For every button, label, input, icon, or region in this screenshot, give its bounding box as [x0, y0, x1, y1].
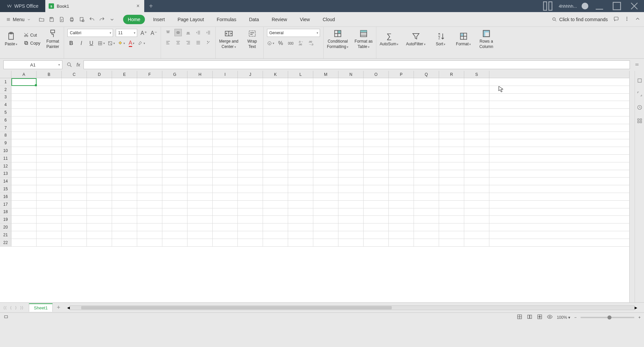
cell[interactable]: [288, 147, 313, 154]
cell[interactable]: [439, 216, 464, 223]
cell[interactable]: [288, 116, 313, 124]
cell[interactable]: [364, 170, 389, 178]
column-header[interactable]: O: [364, 71, 389, 78]
autosum-button[interactable]: ∑AutoSum: [380, 32, 398, 46]
cell[interactable]: [414, 201, 439, 208]
cell[interactable]: [87, 170, 112, 178]
cell[interactable]: [238, 170, 263, 178]
cell[interactable]: [464, 193, 489, 200]
cell[interactable]: [213, 139, 238, 147]
cell[interactable]: [439, 178, 464, 185]
cell[interactable]: [313, 170, 338, 178]
cell[interactable]: [313, 124, 338, 132]
cell[interactable]: [137, 86, 162, 93]
cell[interactable]: [162, 124, 187, 132]
cell[interactable]: [213, 239, 238, 246]
view-eye-icon[interactable]: [547, 314, 553, 321]
view-pagebreak-icon[interactable]: [527, 314, 533, 321]
cell[interactable]: [414, 231, 439, 239]
cell[interactable]: [62, 132, 87, 139]
cell[interactable]: [37, 139, 62, 147]
format-button[interactable]: Format: [456, 32, 471, 46]
cell[interactable]: [11, 216, 37, 223]
cell[interactable]: [162, 86, 187, 93]
cell[interactable]: [439, 147, 464, 154]
cell[interactable]: [162, 94, 187, 101]
new-tab-button[interactable]: +: [144, 0, 158, 12]
cell[interactable]: [389, 193, 414, 200]
cell[interactable]: [389, 239, 414, 246]
cell[interactable]: [464, 116, 489, 124]
row-header[interactable]: 17: [0, 201, 11, 208]
cell[interactable]: [238, 78, 263, 86]
row-header[interactable]: 18: [0, 208, 11, 216]
cell[interactable]: [439, 94, 464, 101]
cell[interactable]: [263, 178, 288, 185]
close-window-icon[interactable]: [628, 0, 641, 12]
percent-icon[interactable]: %: [277, 40, 284, 47]
column-header[interactable]: M: [313, 71, 338, 78]
column-header[interactable]: S: [464, 71, 489, 78]
cell[interactable]: [87, 94, 112, 101]
cell[interactable]: [112, 239, 137, 246]
cell[interactable]: [238, 101, 263, 108]
sheet-nav-first-icon[interactable]: ⟨⟨: [3, 305, 7, 310]
column-header[interactable]: Q: [414, 71, 439, 78]
cell[interactable]: [213, 162, 238, 170]
cell[interactable]: [414, 239, 439, 246]
cell[interactable]: [62, 155, 87, 162]
cell[interactable]: [162, 101, 187, 108]
cell[interactable]: [464, 132, 489, 139]
cell[interactable]: [112, 231, 137, 239]
cell[interactable]: [112, 208, 137, 216]
cell[interactable]: [313, 216, 338, 223]
cell-style-icon[interactable]: [108, 40, 115, 47]
cell[interactable]: [137, 231, 162, 239]
cell[interactable]: [288, 239, 313, 246]
cell[interactable]: [263, 193, 288, 200]
cell[interactable]: [37, 201, 62, 208]
cell[interactable]: [288, 178, 313, 185]
merge-center-button[interactable]: Merge and Center: [219, 29, 238, 49]
cell[interactable]: [87, 139, 112, 147]
ribbon-tab-formulas[interactable]: Formulas: [212, 15, 241, 24]
cell[interactable]: [87, 155, 112, 162]
cell[interactable]: [162, 208, 187, 216]
cell[interactable]: [364, 224, 389, 231]
cell[interactable]: [238, 208, 263, 216]
row-header[interactable]: 14: [0, 178, 11, 185]
cell[interactable]: [238, 132, 263, 139]
underline-icon[interactable]: U: [88, 40, 95, 47]
decrease-indent-icon[interactable]: [195, 29, 202, 36]
cell[interactable]: [338, 132, 364, 139]
cell[interactable]: [87, 124, 112, 132]
cell[interactable]: [187, 201, 213, 208]
cell[interactable]: [439, 201, 464, 208]
cell[interactable]: [263, 231, 288, 239]
qa-dropdown-icon[interactable]: [109, 16, 115, 22]
conditional-formatting-button[interactable]: Conditional Formatting: [327, 29, 348, 49]
cell[interactable]: [213, 216, 238, 223]
cell[interactable]: [162, 139, 187, 147]
cell[interactable]: [112, 101, 137, 108]
cell[interactable]: [263, 101, 288, 108]
cell[interactable]: [187, 239, 213, 246]
cell[interactable]: [439, 185, 464, 193]
column-header[interactable]: N: [338, 71, 364, 78]
cell[interactable]: [162, 116, 187, 124]
cell[interactable]: [389, 162, 414, 170]
cell[interactable]: [288, 193, 313, 200]
cell[interactable]: [364, 155, 389, 162]
cell[interactable]: [439, 170, 464, 178]
cell[interactable]: [338, 86, 364, 93]
cell[interactable]: [464, 162, 489, 170]
cell[interactable]: [364, 124, 389, 132]
cell[interactable]: [439, 139, 464, 147]
cell[interactable]: [187, 216, 213, 223]
add-sheet-button[interactable]: +: [57, 304, 60, 311]
cell[interactable]: [263, 147, 288, 154]
cell[interactable]: [11, 193, 37, 200]
main-menu-button[interactable]: Menu: [3, 15, 34, 23]
cell[interactable]: [414, 208, 439, 216]
cell[interactable]: [238, 124, 263, 132]
